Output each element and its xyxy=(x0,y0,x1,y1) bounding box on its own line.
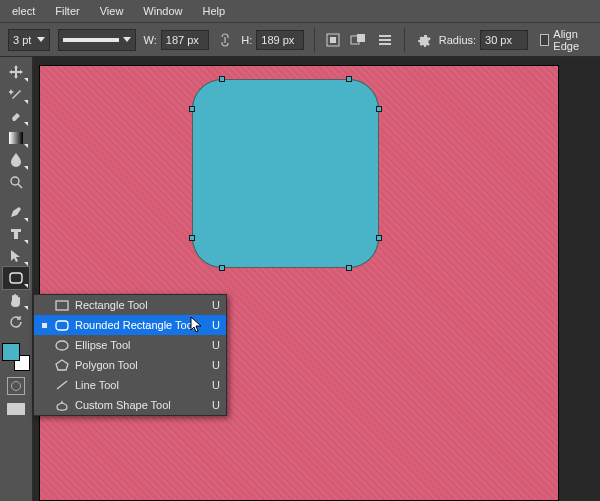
link-wh-icon[interactable] xyxy=(217,29,234,51)
flyout-custom-shape-tool[interactable]: Custom Shape Tool U xyxy=(34,395,226,415)
anchor-handle[interactable] xyxy=(346,265,352,271)
flyout-rectangle-tool[interactable]: Rectangle Tool U xyxy=(34,295,226,315)
move-tool[interactable] xyxy=(3,61,29,83)
rectangle-icon xyxy=(53,300,71,311)
foreground-color-swatch[interactable] xyxy=(2,343,20,361)
height-input[interactable]: 189 px xyxy=(256,30,304,50)
svg-rect-9 xyxy=(10,273,22,283)
type-tool[interactable] xyxy=(3,223,29,245)
radius-input[interactable]: 30 px xyxy=(480,30,528,50)
stroke-weight-dropdown[interactable]: 3 pt xyxy=(8,29,50,51)
chevron-down-icon xyxy=(37,37,45,42)
stroke-weight-value: 3 pt xyxy=(13,34,31,46)
shape-tool[interactable] xyxy=(3,267,29,289)
svg-rect-11 xyxy=(56,321,68,330)
shape-tool-flyout: Rectangle Tool U Rounded Rectangle Tool … xyxy=(33,294,227,416)
eraser-tool[interactable] xyxy=(3,105,29,127)
zoom-tool[interactable] xyxy=(3,171,29,193)
menu-filter[interactable]: Filter xyxy=(45,0,89,22)
flyout-radio xyxy=(40,323,49,328)
rotate-view-tool[interactable] xyxy=(3,311,29,333)
pen-tool[interactable] xyxy=(3,201,29,223)
gear-icon[interactable] xyxy=(414,29,431,51)
flyout-rounded-rectangle-tool[interactable]: Rounded Rectangle Tool U xyxy=(34,315,226,335)
svg-rect-3 xyxy=(357,34,365,42)
anchor-handle[interactable] xyxy=(219,76,225,82)
gradient-tool[interactable] xyxy=(3,127,29,149)
panel-dock xyxy=(568,57,600,501)
chevron-down-icon xyxy=(123,37,131,42)
line-icon xyxy=(53,379,71,391)
radius-label: Radius: xyxy=(439,34,476,46)
height-label: H: xyxy=(241,34,252,46)
screen-mode-toggle[interactable] xyxy=(7,403,25,415)
tool-panel xyxy=(0,57,33,501)
svg-rect-7 xyxy=(9,132,23,144)
magic-wand-tool[interactable] xyxy=(3,83,29,105)
polygon-icon xyxy=(53,359,71,371)
svg-rect-5 xyxy=(379,35,391,37)
svg-line-14 xyxy=(57,381,67,389)
path-arrange-icon[interactable] xyxy=(350,29,368,51)
menu-window[interactable]: Window xyxy=(133,0,192,22)
flyout-polygon-tool[interactable]: Polygon Tool U xyxy=(34,355,226,375)
menu-view[interactable]: View xyxy=(90,0,134,22)
anchor-handle[interactable] xyxy=(376,235,382,241)
anchor-handle[interactable] xyxy=(346,76,352,82)
fg-bg-swatch[interactable] xyxy=(2,343,30,371)
quick-mask-toggle[interactable] xyxy=(7,377,25,395)
anchor-handle[interactable] xyxy=(189,235,195,241)
anchor-handle[interactable] xyxy=(376,106,382,112)
menu-help[interactable]: Help xyxy=(192,0,235,22)
path-align-icon[interactable] xyxy=(325,29,342,51)
blur-tool[interactable] xyxy=(3,149,29,171)
rounded-rectangle-shape[interactable] xyxy=(192,79,379,268)
width-input[interactable]: 187 px xyxy=(161,30,209,50)
canvas-area[interactable] xyxy=(33,57,568,501)
flyout-line-tool[interactable]: Line Tool U xyxy=(34,375,226,395)
stroke-style-swatch xyxy=(63,38,119,42)
width-label: W: xyxy=(144,34,157,46)
svg-rect-4 xyxy=(379,39,391,41)
path-selection-tool[interactable] xyxy=(3,245,29,267)
stroke-style-dropdown[interactable] xyxy=(58,29,136,51)
options-bar: 3 pt W: 187 px H: 189 px Radius: 30 px A… xyxy=(0,22,600,57)
svg-rect-1 xyxy=(330,37,336,43)
hand-tool[interactable] xyxy=(3,289,29,311)
document[interactable] xyxy=(39,65,559,501)
menu-select[interactable]: elect xyxy=(2,0,45,22)
align-edges-label: Align Edge xyxy=(553,28,592,52)
svg-rect-10 xyxy=(56,301,68,310)
flyout-ellipse-tool[interactable]: Ellipse Tool U xyxy=(34,335,226,355)
svg-point-8 xyxy=(11,177,19,185)
svg-rect-6 xyxy=(379,43,391,45)
path-options-icon[interactable] xyxy=(376,29,394,51)
custom-shape-icon xyxy=(53,399,71,411)
anchor-handle[interactable] xyxy=(219,265,225,271)
rounded-rectangle-icon xyxy=(53,320,71,331)
svg-point-12 xyxy=(56,341,68,350)
align-edges-checkbox[interactable] xyxy=(540,34,549,46)
svg-marker-13 xyxy=(56,360,68,370)
menu-bar: elect Filter View Window Help xyxy=(0,0,600,22)
anchor-handle[interactable] xyxy=(189,106,195,112)
ellipse-icon xyxy=(53,340,71,351)
